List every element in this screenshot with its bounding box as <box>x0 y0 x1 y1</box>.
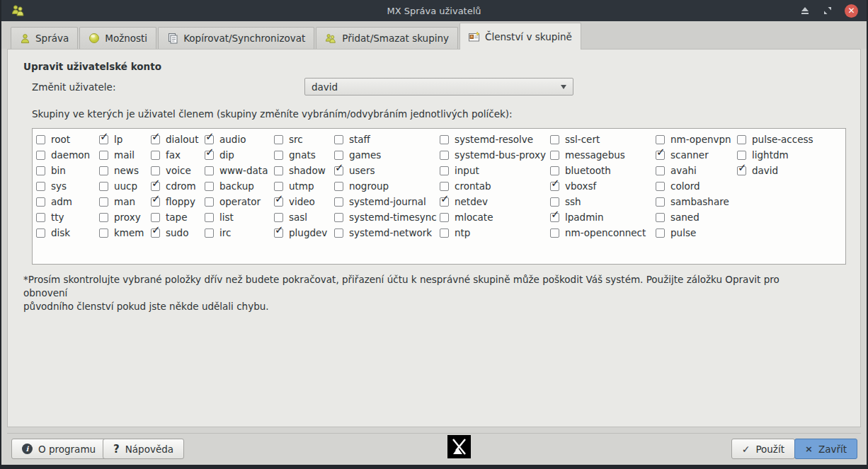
group-checkbox-crontab[interactable] <box>440 182 449 191</box>
group-item-saned[interactable]: saned <box>656 209 731 225</box>
group-item-video[interactable]: ✓video <box>274 194 327 209</box>
group-checkbox-operator[interactable] <box>205 197 214 207</box>
group-item-sys[interactable]: sys <box>36 178 90 194</box>
tab-moznosti[interactable]: Možnosti <box>79 27 156 49</box>
group-item-ssh[interactable]: ssh <box>550 194 646 209</box>
group-checkbox-systemd-journal[interactable] <box>334 197 343 207</box>
group-item-voice[interactable]: voice <box>151 163 198 178</box>
group-item-mlocate[interactable]: mlocate <box>440 209 546 225</box>
group-item-nm-openconnect[interactable]: nm-openconnect <box>550 225 646 241</box>
group-item-www-data[interactable]: www-data <box>205 163 268 178</box>
group-item-david[interactable]: ✓david <box>737 163 813 178</box>
group-checkbox-adm[interactable] <box>36 197 45 207</box>
apply-button[interactable]: ✓ Použít <box>731 439 795 459</box>
group-item-scanner[interactable]: ✓scanner <box>656 147 731 163</box>
group-item-src[interactable]: src <box>274 132 327 147</box>
group-checkbox-src[interactable] <box>274 135 283 144</box>
group-item-list[interactable]: list <box>205 209 268 225</box>
group-checkbox-mlocate[interactable] <box>440 213 449 222</box>
group-checkbox-ntp[interactable] <box>440 228 449 238</box>
group-checkbox-shadow[interactable] <box>274 166 283 175</box>
group-checkbox-nogroup[interactable] <box>334 182 343 191</box>
group-item-proxy[interactable]: proxy <box>99 209 144 225</box>
group-checkbox-pulse[interactable] <box>656 228 665 238</box>
group-item-sambashare[interactable]: sambashare <box>656 194 731 209</box>
group-checkbox-games[interactable] <box>334 151 343 160</box>
about-button[interactable]: i O programu <box>11 439 106 459</box>
group-item-man[interactable]: man <box>99 194 144 209</box>
group-item-systemd-journal[interactable]: systemd-journal <box>334 194 437 209</box>
group-checkbox-lightdm[interactable] <box>737 151 746 160</box>
group-item-colord[interactable]: colord <box>656 178 731 194</box>
group-item-tty[interactable]: tty <box>36 209 90 225</box>
restore-button[interactable] <box>822 6 833 16</box>
group-checkbox-dip[interactable]: ✓ <box>205 151 214 160</box>
group-checkbox-systemd-resolve[interactable] <box>440 135 449 144</box>
group-checkbox-staff[interactable] <box>334 135 343 144</box>
group-item-disk[interactable]: disk <box>36 225 90 241</box>
group-checkbox-cdrom[interactable]: ✓ <box>151 182 160 191</box>
group-item-dialout[interactable]: ✓dialout <box>151 132 198 147</box>
group-item-dip[interactable]: ✓dip <box>205 147 268 163</box>
group-checkbox-disk[interactable] <box>36 228 45 238</box>
group-item-systemd-network[interactable]: systemd-network <box>334 225 437 241</box>
group-checkbox-ssl-cert[interactable] <box>550 135 559 144</box>
tab-pridat-smazat-skupiny[interactable]: Přidat/Smazat skupiny <box>316 27 458 49</box>
group-item-news[interactable]: news <box>99 163 144 178</box>
group-checkbox-bin[interactable] <box>36 166 45 175</box>
group-item-netdev[interactable]: ✓netdev <box>440 194 546 209</box>
group-item-plugdev[interactable]: ✓plugdev <box>274 225 327 241</box>
group-item-bluetooth[interactable]: bluetooth <box>550 163 646 178</box>
group-checkbox-man[interactable] <box>99 197 108 207</box>
group-checkbox-nm-openvpn[interactable] <box>656 135 665 144</box>
group-checkbox-scanner[interactable]: ✓ <box>656 151 665 160</box>
group-checkbox-lp[interactable]: ✓ <box>99 135 108 144</box>
group-item-crontab[interactable]: crontab <box>440 178 546 194</box>
group-checkbox-root[interactable] <box>36 135 45 144</box>
group-item-nm-openvpn[interactable]: nm-openvpn <box>656 132 731 147</box>
group-item-lp[interactable]: ✓lp <box>99 132 144 147</box>
rollup-button[interactable] <box>799 6 811 16</box>
group-checkbox-sys[interactable] <box>36 182 45 191</box>
group-checkbox-floppy[interactable]: ✓ <box>151 197 160 207</box>
group-checkbox-sasl[interactable] <box>274 213 283 222</box>
group-item-bin[interactable]: bin <box>36 163 90 178</box>
group-item-lightdm[interactable]: lightdm <box>737 147 813 163</box>
group-item-adm[interactable]: adm <box>36 194 90 209</box>
group-item-backup[interactable]: backup <box>205 178 268 194</box>
group-item-ssl-cert[interactable]: ssl-cert <box>550 132 646 147</box>
group-checkbox-sudo[interactable]: ✓ <box>151 228 160 238</box>
group-checkbox-plugdev[interactable]: ✓ <box>274 228 283 238</box>
group-checkbox-david[interactable]: ✓ <box>737 166 746 175</box>
group-item-nogroup[interactable]: nogroup <box>334 178 437 194</box>
group-item-ntp[interactable]: ntp <box>440 225 546 241</box>
group-checkbox-fax[interactable] <box>151 151 160 160</box>
group-checkbox-avahi[interactable] <box>656 166 665 175</box>
group-checkbox-uucp[interactable] <box>99 182 108 191</box>
group-checkbox-tape[interactable] <box>151 213 160 222</box>
group-item-kmem[interactable]: kmem <box>99 225 144 241</box>
group-item-staff[interactable]: staff <box>334 132 437 147</box>
group-item-pulse-access[interactable]: pulse-access <box>737 132 813 147</box>
group-checkbox-backup[interactable] <box>205 182 214 191</box>
group-checkbox-users[interactable]: ✓ <box>334 166 343 175</box>
user-select-dropdown[interactable]: david <box>304 78 573 95</box>
group-checkbox-daemon[interactable] <box>36 151 45 160</box>
group-item-cdrom[interactable]: ✓cdrom <box>151 178 198 194</box>
group-item-uucp[interactable]: uucp <box>99 178 144 194</box>
tab-kopirovat-synchronizovat[interactable]: Kopírovat/Synchronizovat <box>158 27 314 49</box>
tab-sprava[interactable]: Správa <box>11 27 78 49</box>
group-checkbox-ssh[interactable] <box>550 197 559 207</box>
group-item-tape[interactable]: tape <box>151 209 198 225</box>
tab-clenstvi-v-skupine[interactable]: Členství v skupině <box>459 23 581 50</box>
group-checkbox-voice[interactable] <box>151 166 160 175</box>
group-item-vboxsf[interactable]: ✓vboxsf <box>550 178 646 194</box>
group-checkbox-tty[interactable] <box>36 213 45 222</box>
group-item-systemd-resolve[interactable]: systemd-resolve <box>440 132 546 147</box>
group-item-games[interactable]: games <box>334 147 437 163</box>
group-checkbox-bluetooth[interactable] <box>550 166 559 175</box>
group-item-users[interactable]: ✓users <box>334 163 437 178</box>
group-checkbox-nm-openconnect[interactable] <box>550 228 559 238</box>
group-item-input[interactable]: input <box>440 163 546 178</box>
group-checkbox-news[interactable] <box>99 166 108 175</box>
